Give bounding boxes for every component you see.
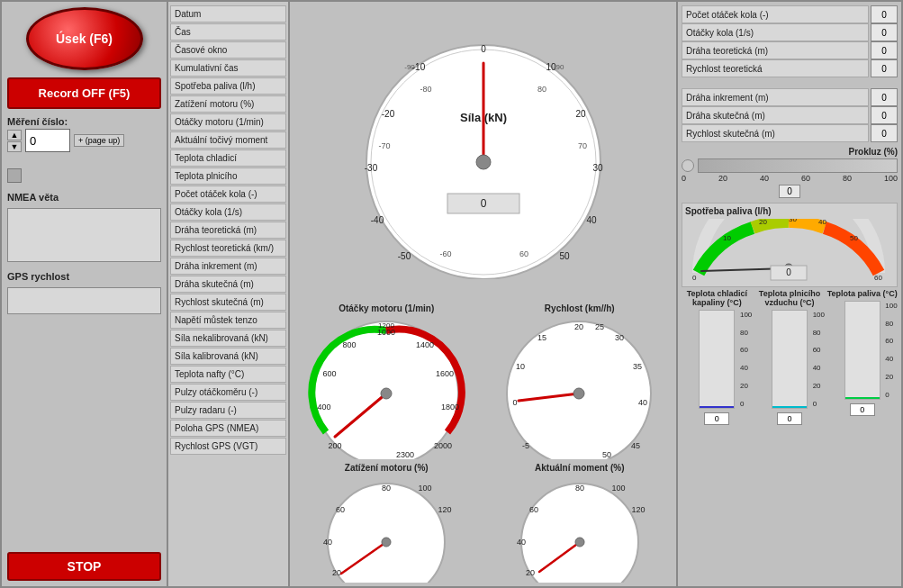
svg-text:1400: 1400	[416, 340, 434, 349]
prokluz-handle[interactable]	[682, 159, 694, 172]
usek-button[interactable]: Úsek (F6)	[26, 7, 143, 70]
speed-gauge-container: Rychlost (km//h) -5 0 10 15 20 25 30 35 …	[501, 303, 658, 459]
teplota-col-0: Teplota chladicí kapaliny (°C) 100 80 60…	[682, 290, 753, 583]
zatizeni-gauge-container: Zatížení motoru (%) 20 40 60 80 100 120	[319, 463, 454, 583]
nmea-box	[7, 208, 161, 262]
list-item-4[interactable]: Spotřeba paliva (l/h)	[170, 77, 286, 95]
list-item-19[interactable]: Síla kalibrovaná (kN)	[170, 348, 286, 365]
svg-text:45: 45	[631, 441, 640, 450]
right-label-g2-2: Rychlost skutečná (m)	[682, 124, 869, 142]
right-value-g1-2: 0	[871, 41, 898, 59]
prokluz-value-row: 0	[682, 185, 898, 198]
right-row-g2-2: Rychlost skutečná (m)0	[682, 124, 898, 142]
list-item-2[interactable]: Časové okno	[170, 41, 286, 59]
mereni-input[interactable]	[25, 129, 70, 152]
list-item-1[interactable]: Čas	[170, 23, 286, 41]
teplota-col-2: Teplota paliva (°C) 100 80 60 40 20 0 0	[826, 290, 898, 583]
svg-text:30: 30	[592, 163, 603, 173]
right-label-g1-1: Otáčky kola (1/s)	[682, 23, 869, 41]
list-item-12[interactable]: Dráha teoretická (m)	[170, 222, 286, 239]
mereni-label: Měření číslo:	[7, 116, 161, 127]
svg-text:0: 0	[692, 274, 697, 282]
list-item-17[interactable]: Napětí můstek tenzo	[170, 312, 286, 329]
svg-text:40: 40	[586, 215, 597, 225]
list-item-18[interactable]: Síla nekalibrovaná (kN)	[170, 330, 286, 347]
teplota-bar-2: 100 80 60 40 20 0	[844, 301, 880, 400]
teplota-bar-0: 100 80 60 40 20 0	[699, 310, 735, 409]
teplota-bar-1: 100 80 60 40 20 0	[772, 310, 808, 409]
prokluz-tick-80: 80	[843, 174, 852, 183]
mereni-up-btn[interactable]: ▲	[7, 130, 22, 140]
svg-point-65	[521, 484, 638, 583]
teplota-title-0: Teplota chladicí kapaliny (°C)	[682, 290, 753, 308]
prokluz-row	[682, 158, 898, 173]
list-item-20[interactable]: Teplota nafty (°C)	[170, 366, 286, 383]
mereni-pageup-btn[interactable]: + (page up)	[74, 134, 124, 148]
svg-text:1600: 1600	[436, 369, 454, 378]
list-item-16[interactable]: Rychlost skutečná (m)	[170, 294, 286, 311]
list-item-22[interactable]: Pulzy radaru (-)	[170, 402, 286, 419]
list-item-8[interactable]: Teplota chladicí	[170, 149, 286, 167]
svg-text:40: 40	[638, 398, 647, 407]
svg-text:0: 0	[513, 398, 518, 407]
svg-text:10: 10	[546, 62, 556, 72]
list-item-23[interactable]: Poloha GPS (NMEA)	[170, 420, 286, 437]
right-row-g2-1: Dráha skutečná (m)0	[682, 106, 898, 124]
main-gauge-area: Síla (kN) 0	[293, 5, 673, 300]
svg-text:800: 800	[342, 340, 356, 349]
svg-text:30: 30	[789, 219, 797, 223]
teplota-fill-0	[700, 406, 734, 408]
bottom-gauges-row: Otáčky motoru (1/min) 200 400 600 800 10…	[293, 303, 673, 459]
svg-text:20: 20	[575, 109, 586, 119]
list-item-21[interactable]: Pulzy otáčkoměru (-)	[170, 384, 286, 401]
mereni-row: ▲ ▼ + (page up)	[7, 129, 161, 152]
list-item-15[interactable]: Dráha skutečná (m)	[170, 276, 286, 293]
list-item-0[interactable]: Datum	[170, 5, 286, 23]
small-gauges-row: Zatížení motoru (%) 20 40 60 80 100 120 …	[293, 463, 673, 583]
svg-text:120: 120	[631, 505, 645, 514]
teplota-title-2: Teplota paliva (°C)	[827, 290, 898, 299]
list-item-6[interactable]: Otáčky motoru (1/min)	[170, 113, 286, 131]
prokluz-label: Prokluz (%)	[682, 147, 898, 157]
left-panel: Úsek (F6) Record OFF (F5) Měření číslo: …	[2, 2, 168, 586]
list-item-5[interactable]: Zatížení motoru (%)	[170, 95, 286, 113]
prokluz-tick-100: 100	[884, 174, 898, 183]
zatizeni-gauge-label: Zatížení motoru (%)	[345, 463, 429, 473]
svg-text:20: 20	[759, 219, 767, 226]
list-item-13[interactable]: Rychlost teoretická (km/)	[170, 240, 286, 257]
speed-gauge-label: Rychlost (km//h)	[545, 303, 615, 313]
svg-text:35: 35	[633, 362, 642, 371]
svg-text:100: 100	[611, 484, 625, 493]
teplota-col-1: Teplota plnicího vzduchu (°C) 100 80 60 …	[754, 290, 826, 583]
right-label-g2-1: Dráha skutečná (m)	[682, 106, 869, 124]
indicator-dot	[7, 168, 22, 183]
svg-text:50: 50	[602, 450, 611, 459]
list-item-7[interactable]: Aktuální točivý moment	[170, 131, 286, 149]
list-item-3[interactable]: Kumulativní čas	[170, 59, 286, 77]
right-rows-group2: Dráha inkrement (m)0Dráha skutečná (m)0R…	[682, 88, 898, 142]
prokluz-bar	[698, 158, 898, 173]
main-gauge-svg: Síla (kN) 0	[348, 27, 619, 279]
svg-text:10: 10	[516, 362, 525, 371]
right-value-g2-0: 0	[871, 88, 898, 106]
teplota-value-2: 0	[850, 403, 875, 416]
record-button[interactable]: Record OFF (F5)	[7, 77, 161, 109]
list-item-11[interactable]: Otáčky kola (1/s)	[170, 204, 286, 221]
prokluz-tick-0: 0	[682, 174, 686, 183]
stop-button[interactable]: STOP	[7, 552, 161, 581]
svg-text:-80: -80	[420, 85, 431, 94]
svg-text:60: 60	[874, 274, 882, 282]
right-separator1	[682, 80, 898, 86]
list-item-10[interactable]: Počet otáček kola (-)	[170, 185, 286, 203]
list-item-14[interactable]: Dráha inkrement (m)	[170, 258, 286, 275]
mereni-down-btn[interactable]: ▼	[7, 141, 22, 152]
teplota-scale-0: 100 80 60 40 20 0	[740, 311, 752, 408]
gps-box	[7, 287, 161, 314]
svg-point-64	[382, 538, 391, 547]
teploty-section: Teplota chladicí kapaliny (°C) 100 80 60…	[682, 290, 898, 583]
svg-text:-40: -40	[370, 215, 384, 225]
svg-point-41	[381, 388, 392, 399]
list-item-9[interactable]: Teplota plnicího	[170, 167, 286, 185]
list-item-24[interactable]: Rychlost GPS (VGT)	[170, 438, 286, 455]
svg-text:60: 60	[529, 505, 538, 514]
